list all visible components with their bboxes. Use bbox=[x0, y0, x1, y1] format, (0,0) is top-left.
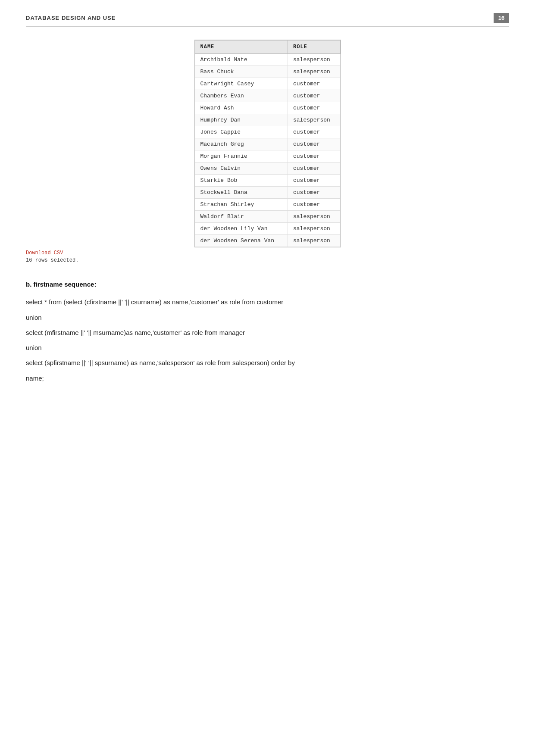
table-cell-role: customer bbox=[288, 90, 340, 102]
col-header-name: NAME bbox=[195, 41, 288, 54]
table-row: Humphrey Dansalesperson bbox=[195, 114, 340, 126]
table-cell-role: salesperson bbox=[288, 66, 340, 78]
union-keyword-1: union bbox=[26, 314, 509, 321]
page-number: 16 bbox=[494, 13, 509, 23]
table-cell-role: customer bbox=[288, 126, 340, 138]
table-cell-name: Archibald Nate bbox=[195, 54, 288, 66]
table-row: Macainch Gregcustomer bbox=[195, 138, 340, 150]
table-cell-role: salesperson bbox=[288, 54, 340, 66]
table-cell-name: der Woodsen Lily Van bbox=[195, 223, 288, 235]
table-cell-name: Jones Cappie bbox=[195, 126, 288, 138]
table-cell-name: Macainch Greg bbox=[195, 138, 288, 150]
table-cell-name: Howard Ash bbox=[195, 102, 288, 114]
section-b-heading: b. firstname sequence: bbox=[26, 281, 509, 288]
table-cell-name: Chambers Evan bbox=[195, 90, 288, 102]
table-row: Chambers Evancustomer bbox=[195, 90, 340, 102]
download-csv-link[interactable]: Download CSV bbox=[26, 250, 509, 256]
sql-line-3: select (spfirstname ||' '|| spsurname) a… bbox=[26, 357, 509, 369]
table-cell-role: salesperson bbox=[288, 223, 340, 235]
table-row: der Woodsen Lily Vansalesperson bbox=[195, 223, 340, 235]
table-row: Bass Chucksalesperson bbox=[195, 66, 340, 78]
table-row: Archibald Natesalesperson bbox=[195, 54, 340, 66]
table-row: Cartwright Caseycustomer bbox=[195, 78, 340, 90]
table-cell-role: customer bbox=[288, 102, 340, 114]
union-keyword-2: union bbox=[26, 344, 509, 351]
table-row: Starkie Bobcustomer bbox=[195, 175, 340, 187]
table-cell-role: customer bbox=[288, 175, 340, 187]
table-cell-name: Stockwell Dana bbox=[195, 187, 288, 199]
sql-line-1: select * from (select (cfirstname ||' '|… bbox=[26, 297, 509, 308]
table-row: Morgan Franniecustomer bbox=[195, 150, 340, 162]
table-cell-role: customer bbox=[288, 187, 340, 199]
table-cell-role: customer bbox=[288, 199, 340, 211]
content-area: NAME ROLE Archibald NatesalespersonBass … bbox=[26, 40, 509, 384]
table-cell-role: customer bbox=[288, 162, 340, 175]
table-cell-role: customer bbox=[288, 78, 340, 90]
results-table: NAME ROLE Archibald NatesalespersonBass … bbox=[195, 40, 341, 247]
table-row: Waldorf Blairsalesperson bbox=[195, 211, 340, 223]
table-header-row: NAME ROLE bbox=[195, 41, 340, 54]
sql-line-4: name; bbox=[26, 373, 509, 384]
table-cell-role: salesperson bbox=[288, 235, 340, 247]
table-cell-name: Owens Calvin bbox=[195, 162, 288, 175]
page-title: DATABASE DESIGN AND USE bbox=[26, 15, 116, 21]
table-row: Stockwell Danacustomer bbox=[195, 187, 340, 199]
table-cell-name: Cartwright Casey bbox=[195, 78, 288, 90]
table-cell-name: Strachan Shirley bbox=[195, 199, 288, 211]
table-row: Strachan Shirleycustomer bbox=[195, 199, 340, 211]
table-cell-name: der Woodsen Serena Van bbox=[195, 235, 288, 247]
table-row: Owens Calvincustomer bbox=[195, 162, 340, 175]
table-cell-name: Bass Chuck bbox=[195, 66, 288, 78]
col-header-role: ROLE bbox=[288, 41, 340, 54]
sql-line-2: select (mfirstname ||' '|| msurname)as n… bbox=[26, 327, 509, 338]
table-cell-name: Waldorf Blair bbox=[195, 211, 288, 223]
results-table-container: NAME ROLE Archibald NatesalespersonBass … bbox=[194, 40, 341, 247]
table-cell-name: Humphrey Dan bbox=[195, 114, 288, 126]
page-header: DATABASE DESIGN AND USE 16 bbox=[26, 13, 509, 27]
table-cell-name: Starkie Bob bbox=[195, 175, 288, 187]
table-cell-role: customer bbox=[288, 150, 340, 162]
table-cell-name: Morgan Frannie bbox=[195, 150, 288, 162]
table-row: Howard Ashcustomer bbox=[195, 102, 340, 114]
table-row: Jones Cappiecustomer bbox=[195, 126, 340, 138]
rows-selected-label: 16 rows selected. bbox=[26, 257, 78, 263]
table-cell-role: salesperson bbox=[288, 211, 340, 223]
table-cell-role: customer bbox=[288, 138, 340, 150]
table-row: der Woodsen Serena Vansalesperson bbox=[195, 235, 340, 247]
table-cell-role: salesperson bbox=[288, 114, 340, 126]
